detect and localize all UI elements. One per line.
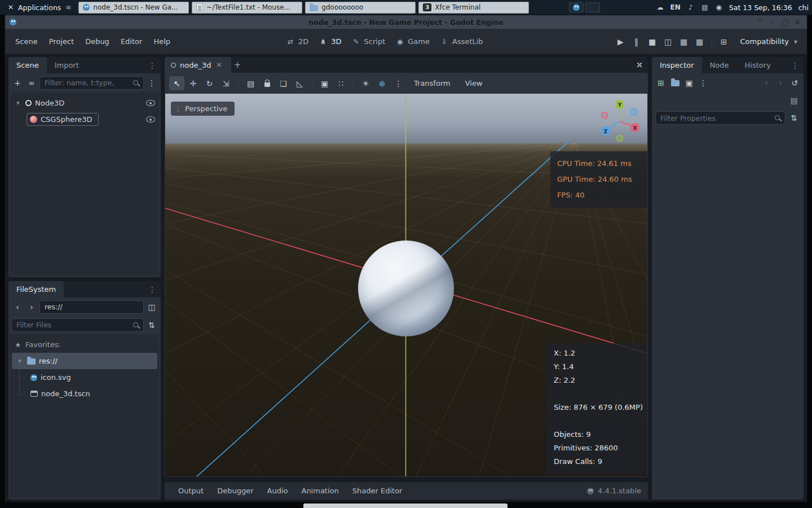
resource-menu-icon[interactable]: ⋮ [697, 77, 709, 89]
window-titlebar[interactable]: node_3d.tscn - New Game Project - Godot … [5, 15, 807, 29]
dock-menu-icon[interactable]: ⋮ [146, 59, 158, 72]
pause-button[interactable]: ‖ [629, 35, 644, 49]
tree-row-node3d[interactable]: ▾ Node3D [10, 95, 159, 111]
tray-godot-icon[interactable] [569, 2, 584, 12]
stop-button[interactable]: ■ [645, 35, 660, 49]
language-indicator[interactable]: EN [670, 3, 681, 11]
transform-menu[interactable]: Transform [407, 79, 457, 87]
list-select-tool-icon[interactable]: ▤ [243, 76, 258, 90]
local-space-icon[interactable]: ▣ [317, 76, 332, 90]
notification-bell-icon[interactable]: ◉ [715, 3, 723, 11]
workspace-2d[interactable]: ⇄2D [284, 37, 311, 46]
orientation-gizmo[interactable]: Y X Z [594, 96, 645, 147]
taskbar-window-texteditor[interactable]: ~/TextFile1.txt - Mouse... [192, 2, 302, 14]
filesystem-filter-input[interactable] [11, 318, 144, 332]
shade-button[interactable]: ^ [755, 17, 765, 27]
dock-menu-icon[interactable]: ⋮ [789, 59, 801, 72]
docs-icon[interactable]: ▤ [788, 94, 800, 107]
sun-environment-menu-icon[interactable]: ⋮ [391, 76, 406, 90]
favorites-row[interactable]: ★ Favorites: [10, 336, 159, 353]
volume-icon[interactable]: ♪ [687, 3, 695, 11]
snap-icon[interactable]: ∷ [333, 76, 348, 90]
menu-scene[interactable]: Scene [10, 34, 43, 49]
taskbar-window-filemanager[interactable]: gdoooooooo [305, 2, 416, 14]
history-back-button[interactable]: ‹ [11, 301, 24, 313]
workspace-assetlib[interactable]: ⇩AssetLib [438, 37, 486, 46]
load-resource-icon[interactable] [669, 77, 681, 89]
menu-help[interactable]: Help [148, 34, 176, 49]
menu-debug[interactable]: Debug [80, 34, 115, 49]
edit-history-icon[interactable]: ↺ [788, 77, 801, 89]
lock-node-icon[interactable] [259, 76, 275, 90]
tree-row-csgsphere3d[interactable]: CSGSphere3D [10, 111, 159, 128]
panel-output[interactable]: Output [171, 487, 210, 495]
panel-animation[interactable]: Animation [294, 487, 345, 495]
tab-inspector[interactable]: Inspector [652, 57, 702, 73]
scale-tool-icon[interactable]: ⇲ [218, 76, 233, 90]
tab-import[interactable]: Import [47, 57, 87, 73]
tab-history[interactable]: History [737, 57, 779, 73]
instantiate-scene-button[interactable]: ∞ [25, 77, 38, 89]
expander-icon[interactable]: ▾ [16, 357, 24, 365]
maximize-button[interactable]: □ [780, 17, 790, 27]
visibility-eye-icon[interactable] [146, 116, 155, 122]
applications-menu[interactable]: ✕ Applications ≡ [3, 3, 76, 12]
play-button[interactable]: ▶ [614, 35, 628, 49]
close-button[interactable]: ✕ [792, 17, 802, 27]
panel-debugger[interactable]: Debugger [210, 487, 260, 495]
clock[interactable]: Sat 13 Sep, 16:36 [729, 3, 792, 12]
scene-tab-node3d[interactable]: node_3d ✕ [165, 57, 231, 73]
csg-sphere-mesh[interactable] [358, 240, 454, 336]
panel-shader-editor[interactable]: Shader Editor [346, 487, 409, 495]
viewport-3d[interactable]: ⋮ Perspective [165, 94, 647, 476]
expander-icon[interactable]: ▾ [14, 99, 22, 107]
weather-icon[interactable]: ☁ [656, 3, 664, 11]
tab-filesystem[interactable]: FileSystem [8, 281, 64, 297]
workspace-script[interactable]: ✎Script [350, 37, 388, 46]
selected-node-box[interactable]: CSGSphere3D [27, 113, 99, 126]
panel-audio[interactable]: Audio [261, 487, 295, 495]
inspector-filter-input[interactable] [655, 111, 785, 125]
grid-icon[interactable]: ⊞ [717, 35, 731, 49]
renderer-selector[interactable]: Compatibility ▾ [740, 37, 803, 46]
dock-menu-icon[interactable]: ⋮ [146, 283, 158, 296]
view-menu[interactable]: View [458, 79, 489, 87]
visibility-eye-icon[interactable] [146, 100, 155, 106]
minimize-button[interactable]: – [767, 17, 778, 27]
tree-row-node3d-tscn[interactable]: node_3d.tscn [10, 386, 159, 402]
tree-row-icon-svg[interactable]: icon.svg [10, 369, 159, 386]
history-back-icon[interactable]: ‹ [760, 77, 773, 89]
history-forward-icon[interactable]: › [774, 77, 787, 89]
save-resource-icon[interactable]: ▣ [683, 77, 695, 89]
group-node-icon[interactable]: ❏ [276, 76, 291, 90]
scene-filter-input[interactable] [39, 76, 144, 90]
preview-environment-icon[interactable]: ⊕ [374, 76, 390, 90]
toggle-split-mode-icon[interactable]: ◫ [145, 301, 158, 313]
expand-viewport-icon[interactable]: ✛ [630, 56, 648, 73]
ruler-tool-icon[interactable]: ◺ [292, 76, 307, 90]
film-button[interactable]: ▦ [692, 35, 707, 49]
workspace-3d[interactable]: ⋔3D [316, 37, 343, 46]
play-remote-button[interactable]: ◫ [661, 35, 676, 49]
select-tool-icon[interactable]: ↖ [169, 76, 184, 90]
pager-workspace[interactable] [585, 2, 600, 12]
tree-row-res[interactable]: ▾ res:// [12, 353, 157, 369]
movie-maker-button[interactable]: ▦ [677, 35, 691, 49]
history-forward-button[interactable]: › [25, 301, 38, 313]
workspace-game[interactable]: ◉Game [393, 37, 432, 46]
new-resource-icon[interactable]: ⊞ [655, 77, 667, 89]
sort-files-icon[interactable]: ⇅ [145, 319, 158, 331]
workspace-pager[interactable] [569, 2, 600, 12]
tab-node[interactable]: Node [702, 57, 737, 73]
close-tab-icon[interactable]: ✕ [215, 61, 223, 69]
property-sort-icon[interactable]: ⇅ [788, 112, 800, 124]
path-input[interactable] [39, 300, 144, 314]
add-node-button[interactable]: + [11, 77, 24, 89]
clipboard-icon[interactable]: ▤ [701, 3, 709, 11]
scene-tree-menu-icon[interactable]: ⋮ [145, 77, 158, 89]
tab-scene[interactable]: Scene [8, 57, 47, 73]
version-label[interactable]: 4.4.1.stable [598, 487, 641, 495]
perspective-menu[interactable]: ⋮ Perspective [171, 102, 235, 116]
menu-editor[interactable]: Editor [115, 34, 148, 49]
preview-sun-icon[interactable]: ☀ [358, 76, 373, 90]
